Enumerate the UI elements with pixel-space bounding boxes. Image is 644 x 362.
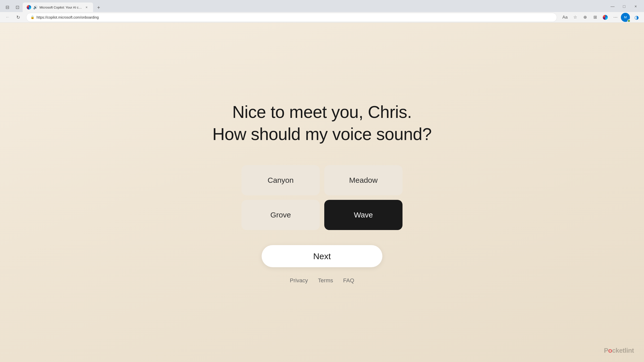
tab-audio-icon: 🔊	[33, 5, 37, 9]
ellipsis-icon: ⋯	[613, 15, 618, 20]
close-window-button[interactable]: ×	[630, 2, 641, 11]
next-button[interactable]: Next	[262, 245, 382, 267]
back-button[interactable]: ←	[3, 13, 12, 22]
toolbar-actions: Aa ☆ ⊕ ⊞ ⋯ M ◑	[560, 13, 641, 22]
copilot-tab-icon	[27, 5, 31, 10]
watermark-dot: o	[608, 347, 612, 354]
split-screen-button[interactable]: ⊞	[591, 13, 600, 22]
back-icon: ←	[5, 15, 10, 20]
favorites-button[interactable]: ☆	[571, 13, 580, 22]
watermark: Pocketlint	[604, 347, 634, 354]
sidebar-icon: ◑	[634, 14, 639, 20]
heading-line1: Nice to meet you, Chris.	[232, 102, 412, 121]
read-aloud-icon: Aa	[562, 15, 568, 20]
sidebar-button[interactable]: ◑	[632, 13, 641, 22]
tab-title: Microsoft Copilot: Your AI co...	[39, 6, 82, 9]
tab-close-button[interactable]: ×	[84, 5, 89, 10]
page-content: Nice to meet you, Chris. How should my v…	[0, 23, 644, 362]
lock-icon: 🔒	[30, 15, 34, 19]
maximize-button[interactable]: □	[618, 2, 630, 11]
canyon-option[interactable]: Canyon	[242, 165, 320, 195]
url-text: https://copilot.microsoft.com/onboarding	[36, 15, 553, 19]
address-bar[interactable]: 🔒 https://copilot.microsoft.com/onboardi…	[26, 13, 557, 22]
tab-icon-2: ⊡	[16, 5, 19, 10]
copilot-button[interactable]	[601, 13, 610, 22]
voice-options-grid: Canyon Meadow Grove Wave	[242, 165, 403, 230]
new-tab-button[interactable]: +	[94, 3, 103, 12]
new-tab-icon: +	[97, 5, 100, 11]
profile-initial: M	[624, 15, 627, 19]
next-label: Next	[313, 251, 331, 261]
refresh-button[interactable]: ↻	[14, 13, 23, 22]
terms-link[interactable]: Terms	[318, 277, 333, 284]
tab-inactive-1[interactable]: ⊟	[3, 3, 13, 12]
page-heading: Nice to meet you, Chris. How should my v…	[212, 101, 431, 145]
read-aloud-button[interactable]: Aa	[560, 13, 570, 22]
tab-icon-1: ⊟	[6, 5, 9, 10]
heading-line2: How should my voice sound?	[212, 124, 431, 144]
star-icon: ☆	[573, 15, 577, 20]
faq-link[interactable]: FAQ	[343, 277, 354, 284]
meadow-option[interactable]: Meadow	[324, 165, 403, 195]
profile-button[interactable]: M	[621, 13, 630, 22]
browser-chrome: ⊟ ⊡ 🔊 Microsoft Copilot: Your AI co... ×…	[0, 0, 644, 23]
split-icon: ⊞	[593, 15, 597, 20]
tab-inactive-2[interactable]: ⊡	[13, 3, 23, 12]
active-tab[interactable]: 🔊 Microsoft Copilot: Your AI co... ×	[23, 3, 93, 12]
minimize-button[interactable]: —	[607, 2, 618, 11]
wave-label: Wave	[354, 211, 373, 219]
profile-badge	[627, 19, 630, 22]
puzzle-icon: ⊕	[583, 15, 587, 20]
copilot-icon	[603, 15, 608, 20]
meadow-label: Meadow	[349, 176, 378, 185]
grove-option[interactable]: Grove	[242, 200, 320, 230]
more-options-button[interactable]: ⋯	[611, 13, 620, 22]
wave-option[interactable]: Wave	[324, 200, 403, 230]
privacy-link[interactable]: Privacy	[290, 277, 308, 284]
footer-links: Privacy Terms FAQ	[290, 277, 354, 284]
toolbar: ← ↻ 🔒 https://copilot.microsoft.com/onbo…	[0, 12, 644, 22]
tab-bar: ⊟ ⊡ 🔊 Microsoft Copilot: Your AI co... ×…	[0, 0, 644, 12]
grove-label: Grove	[270, 211, 291, 219]
refresh-icon: ↻	[16, 15, 20, 20]
canyon-label: Canyon	[268, 176, 294, 185]
extensions-button[interactable]: ⊕	[581, 13, 590, 22]
